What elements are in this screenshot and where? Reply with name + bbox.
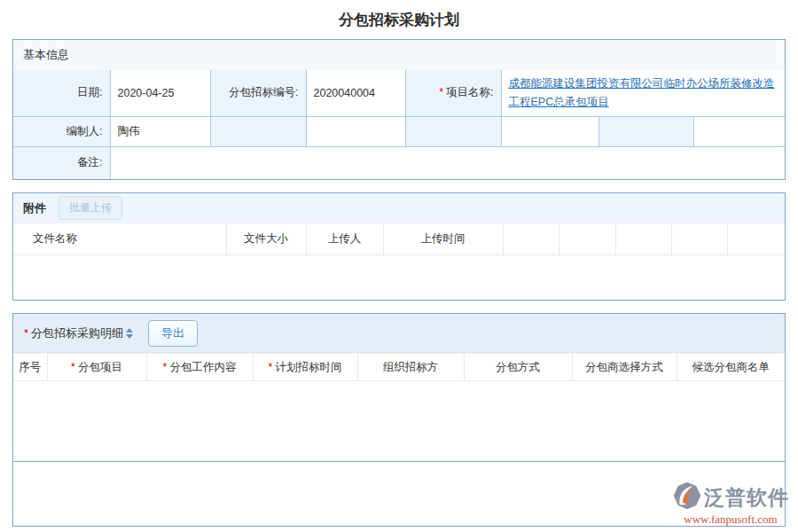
basic-info-table: 日期: 2020-04-25 分包招标编号: 2020040004 *项目名称:… bbox=[13, 70, 785, 179]
detail-col-planned-bid-time: *计划招标时间 bbox=[253, 354, 357, 381]
detail-col-subcontract-method: 分包方式 bbox=[464, 354, 572, 381]
attachments-header-band: 附件 批量上传 bbox=[13, 193, 785, 223]
brand-website: www.fanpusoft.com bbox=[672, 512, 789, 527]
empty-value-cell bbox=[501, 116, 598, 146]
required-asterisk: * bbox=[269, 361, 273, 373]
bid-no-value: 2020040004 bbox=[306, 70, 405, 116]
detail-col-selection-method: 分包商选择方式 bbox=[572, 354, 677, 381]
empty-value-cell bbox=[306, 116, 405, 146]
empty-label-cell bbox=[210, 116, 306, 146]
detail-section: * 分包招标采购明细 导出 序号 *分包项目 *分包工作内容 *计划招标时间 组… bbox=[12, 313, 786, 527]
required-asterisk: * bbox=[439, 86, 443, 98]
export-button[interactable]: 导出 bbox=[148, 320, 198, 347]
brand-name: 泛普软件 bbox=[704, 484, 789, 512]
sort-down-icon bbox=[126, 334, 133, 339]
detail-col-organizer: 组织招标方 bbox=[357, 354, 464, 381]
required-asterisk: * bbox=[24, 326, 28, 340]
required-asterisk: * bbox=[71, 361, 75, 373]
sort-up-icon bbox=[126, 328, 133, 332]
sort-spinner-icon[interactable] bbox=[126, 328, 133, 339]
detail-empty-body bbox=[13, 381, 785, 461]
page-title: 分包招标采购计划 bbox=[0, 0, 798, 39]
attachment-col-file-name: 文件名称 bbox=[13, 223, 226, 255]
attachment-col-upload-time: 上传时间 bbox=[383, 223, 503, 255]
attachment-col-empty bbox=[615, 223, 671, 255]
detail-col-work-content: *分包工作内容 bbox=[146, 354, 253, 381]
fanpu-logo-icon bbox=[672, 481, 702, 514]
required-asterisk: * bbox=[163, 361, 168, 373]
detail-col-subcontract-project: *分包项目 bbox=[47, 354, 146, 381]
bid-no-label: 分包招标编号: bbox=[210, 70, 306, 116]
remark-value bbox=[110, 146, 785, 179]
creator-label: 编制人: bbox=[13, 116, 110, 146]
detail-section-title: 分包招标采购明细 bbox=[31, 325, 123, 341]
basic-info-section: 基本信息 日期: 2020-04-25 分包招标编号: 2020040004 *… bbox=[12, 39, 786, 180]
empty-value-cell bbox=[693, 116, 785, 146]
attachments-section-title: 附件 bbox=[23, 200, 46, 216]
attachments-section: 附件 批量上传 文件名称 文件大小 上传人 上传时间 bbox=[12, 192, 786, 301]
footer-brand: 泛普软件 www.fanpusoft.com bbox=[672, 481, 789, 527]
remark-label: 备注: bbox=[13, 146, 110, 179]
date-label: 日期: bbox=[13, 70, 110, 116]
date-value: 2020-04-25 bbox=[110, 70, 210, 116]
attachments-table: 文件名称 文件大小 上传人 上传时间 bbox=[13, 223, 785, 255]
attachment-col-empty bbox=[559, 223, 615, 255]
detail-table: 序号 *分包项目 *分包工作内容 *计划招标时间 组织招标方 分包方式 分包商选… bbox=[13, 353, 785, 381]
empty-label-cell bbox=[405, 116, 501, 146]
batch-upload-button[interactable]: 批量上传 bbox=[59, 196, 122, 220]
project-name-cell: 成都能源建设集团投资有限公司临时办公场所装修改造工程EPC总承包项目 bbox=[501, 70, 785, 116]
empty-label-cell bbox=[598, 116, 693, 146]
creator-value: 陶伟 bbox=[110, 116, 210, 146]
attachment-col-empty bbox=[503, 223, 559, 255]
attachment-col-file-size: 文件大小 bbox=[226, 223, 306, 255]
attachment-col-empty bbox=[727, 223, 785, 255]
detail-empty-footer bbox=[13, 462, 785, 526]
detail-col-seq: 序号 bbox=[13, 354, 47, 381]
project-name-label: *项目名称: bbox=[405, 70, 501, 116]
detail-col-candidate-list: 候选分包商名单 bbox=[677, 354, 785, 381]
detail-header-band: * 分包招标采购明细 导出 bbox=[13, 314, 785, 353]
attachments-empty-body bbox=[13, 255, 785, 300]
basic-info-section-title: 基本信息 bbox=[13, 40, 785, 70]
attachment-col-empty bbox=[671, 223, 727, 255]
attachment-col-uploader: 上传人 bbox=[306, 223, 383, 255]
project-name-link[interactable]: 成都能源建设集团投资有限公司临时办公场所装修改造工程EPC总承包项目 bbox=[509, 77, 775, 108]
